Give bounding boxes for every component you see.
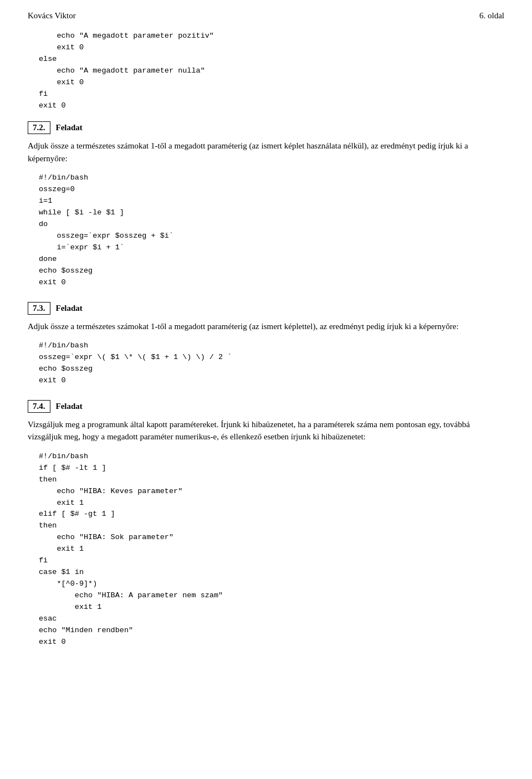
section-7-3-code: #!/bin/bash osszeg=`expr \( $1 \* \( $1 …	[28, 337, 504, 390]
section-7-2-title: Feladat	[56, 123, 83, 132]
page-header: Kovács Viktor 6. oldal	[28, 11, 504, 20]
section-7-2-body: Adjuk össze a természetes számokat 1-től…	[28, 140, 504, 165]
section-7-3-body: Adjuk össze a természetes számokat 1-től…	[28, 320, 504, 333]
section-7-4-title: Feladat	[56, 402, 83, 411]
section-7-4-header: 7.4. Feladat	[28, 400, 504, 413]
section-7-2-code: #!/bin/bash osszeg=0 i=1 while [ $i -le …	[28, 169, 504, 291]
section-7-4-body: Vizsgáljuk meg a programunk által kapott…	[28, 418, 504, 443]
section-7-4-number: 7.4.	[28, 400, 50, 413]
section-7-2-header: 7.2. Feladat	[28, 121, 504, 134]
section-7-2-number: 7.2.	[28, 121, 50, 134]
section-7-3-number: 7.3.	[28, 302, 50, 315]
top-code-block: echo "A megadott parameter pozitiv" exit…	[28, 30, 504, 111]
author-name: Kovács Viktor	[28, 11, 76, 20]
section-7-4-code: #!/bin/bash if [ $# -lt 1 ] then echo "H…	[28, 448, 504, 652]
section-7-3-header: 7.3. Feladat	[28, 302, 504, 315]
page-number: 6. oldal	[479, 11, 504, 20]
section-7-3-title: Feladat	[56, 304, 83, 313]
